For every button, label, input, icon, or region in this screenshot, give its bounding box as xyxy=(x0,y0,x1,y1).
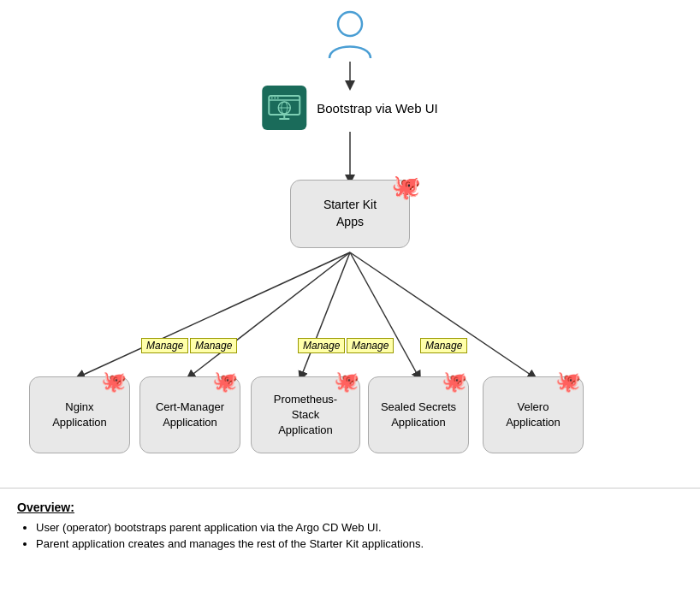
svg-point-12 xyxy=(277,98,279,99)
svg-point-11 xyxy=(274,98,276,99)
overview-item-1: User (operator) bootstraps parent applic… xyxy=(36,521,683,534)
velero-label: VeleroApplication xyxy=(506,400,561,430)
octopus-sealed-secrets-icon: 🐙 xyxy=(442,370,467,394)
manage-label-3: Manage xyxy=(298,338,345,353)
webui-icon xyxy=(262,86,306,130)
octopus-velero-icon: 🐙 xyxy=(555,370,581,394)
webui-box: Bootstrap via Web UI xyxy=(262,86,437,130)
octopus-starter-icon: 🐙 xyxy=(391,173,421,201)
webui-label: Bootstrap via Web UI xyxy=(317,101,437,115)
cert-manager-label: Cert-ManagerApplication xyxy=(156,400,224,430)
svg-point-10 xyxy=(271,98,273,99)
octopus-cert-manager-icon: 🐙 xyxy=(212,370,238,394)
octopus-nginx-icon: 🐙 xyxy=(101,370,127,394)
svg-line-4 xyxy=(301,252,350,376)
overview-item-2: Parent application creates and manages t… xyxy=(36,537,683,550)
svg-rect-8 xyxy=(269,96,300,115)
overview-list: User (operator) bootstraps parent applic… xyxy=(17,521,683,550)
svg-line-6 xyxy=(350,252,533,376)
starter-kit-label: Starter KitApps xyxy=(323,197,377,230)
svg-line-5 xyxy=(350,252,418,376)
manage-label-4: Manage xyxy=(347,338,394,353)
nginx-label: NginxApplication xyxy=(52,400,107,430)
person-icon xyxy=(324,9,376,60)
manage-label-2: Manage xyxy=(190,338,237,353)
octopus-prometheus-icon: 🐙 xyxy=(334,370,359,394)
prometheus-label: Prometheus-StackApplication xyxy=(260,392,351,439)
overview-section: Overview: User (operator) bootstraps par… xyxy=(0,488,700,550)
manage-label-1: Manage xyxy=(141,338,188,353)
manage-label-5: Manage xyxy=(420,338,467,353)
overview-title: Overview: xyxy=(17,500,683,514)
svg-line-2 xyxy=(80,252,350,376)
svg-point-7 xyxy=(338,12,362,36)
sealed-secrets-label: Sealed Secrets Application xyxy=(377,400,460,430)
svg-line-3 xyxy=(190,252,350,376)
diagram-area: Bootstrap via Web UI Starter KitApps 🐙 M… xyxy=(0,0,700,488)
